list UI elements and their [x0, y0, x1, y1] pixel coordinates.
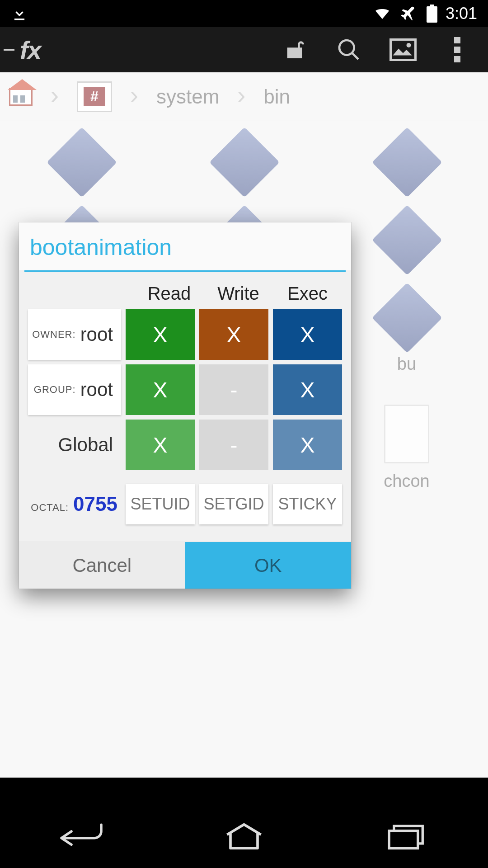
setuid-button[interactable]: SETUID [126, 484, 195, 524]
unlock-button[interactable] [267, 27, 322, 72]
nav-bar [0, 805, 488, 868]
battery-icon [427, 5, 437, 23]
search-button[interactable] [322, 27, 376, 72]
back-button[interactable] [32, 814, 131, 859]
download-icon [11, 5, 28, 23]
dialog-title: bootanimation [19, 222, 351, 270]
overflow-icon [452, 37, 463, 62]
overflow-button[interactable] [430, 27, 484, 72]
setgid-button[interactable]: SETGID [199, 484, 268, 524]
search-icon [336, 37, 361, 62]
home-nav-icon [221, 823, 267, 850]
image-icon [389, 38, 417, 61]
home-button[interactable] [194, 814, 294, 859]
app-logo[interactable]: fx [20, 35, 41, 65]
col-read: Read [135, 283, 204, 304]
permissions-dialog: bootanimation Read Write Exec OWNER: roo… [19, 222, 351, 589]
cancel-button[interactable]: Cancel [19, 542, 185, 589]
action-bar: fx [0, 27, 488, 72]
svg-rect-2 [454, 37, 460, 43]
owner-exec-toggle[interactable]: X [273, 309, 342, 360]
global-read-toggle[interactable]: X [126, 420, 195, 470]
global-write-toggle[interactable]: - [199, 420, 268, 470]
unlock-icon [282, 37, 307, 62]
wifi-icon [372, 5, 392, 22]
status-time: 3:01 [446, 4, 477, 23]
group-read-toggle[interactable]: X [126, 364, 195, 415]
back-icon [56, 823, 106, 850]
owner-write-toggle[interactable]: X [199, 309, 268, 360]
col-exec: Exec [273, 283, 342, 304]
octal-field[interactable]: OCTAL: 0755 [28, 493, 121, 515]
owner-label[interactable]: OWNER: root [28, 309, 121, 360]
perm-header-row: Read Write Exec [28, 283, 342, 304]
recents-button[interactable] [357, 814, 456, 859]
ok-button[interactable]: OK [185, 542, 352, 589]
owner-read-toggle[interactable]: X [126, 309, 195, 360]
global-exec-toggle[interactable]: X [273, 420, 342, 470]
image-button[interactable] [376, 27, 430, 72]
group-write-toggle[interactable]: - [199, 364, 268, 415]
recents-icon [384, 823, 429, 850]
svg-rect-5 [389, 831, 418, 849]
global-label: Global [28, 420, 121, 470]
group-label[interactable]: GROUP: root [28, 364, 121, 415]
drawer-edge[interactable] [4, 49, 14, 51]
airplane-icon [400, 5, 418, 23]
svg-rect-3 [454, 47, 460, 53]
svg-point-1 [407, 43, 411, 47]
file-browser: › # › system › bin bootanimation.bak bri… [0, 72, 488, 778]
sticky-button[interactable]: STICKY [273, 484, 342, 524]
status-bar: 3:01 [0, 0, 488, 27]
svg-rect-4 [454, 56, 460, 62]
col-write: Write [204, 283, 273, 304]
svg-rect-0 [391, 40, 416, 60]
group-exec-toggle[interactable]: X [273, 364, 342, 415]
